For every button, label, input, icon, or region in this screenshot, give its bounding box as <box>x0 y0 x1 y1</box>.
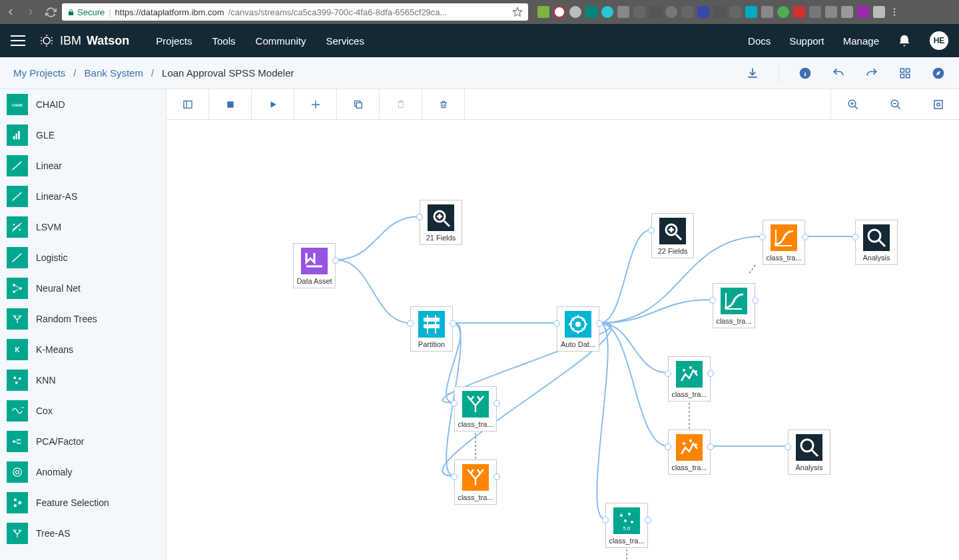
stop-button[interactable] <box>209 89 252 119</box>
undo-icon[interactable] <box>831 66 846 81</box>
nav-support[interactable]: Support <box>789 35 824 47</box>
nav-tools[interactable]: Tools <box>212 35 236 47</box>
delete-button[interactable] <box>422 89 465 119</box>
run-button[interactable] <box>252 89 294 119</box>
port-in[interactable] <box>665 370 671 377</box>
redo-icon[interactable] <box>864 66 879 81</box>
port-out[interactable] <box>802 234 808 240</box>
ext-icon[interactable] <box>665 6 677 18</box>
palette-item-linear[interactable]: Linear <box>0 150 166 181</box>
port-in[interactable] <box>407 320 414 327</box>
star-icon[interactable] <box>512 7 523 17</box>
node-analysis2[interactable]: Analysis <box>788 429 830 475</box>
port-in[interactable] <box>602 517 609 523</box>
ext-icon[interactable] <box>713 6 725 18</box>
port-out[interactable] <box>752 297 759 304</box>
compass-icon[interactable] <box>931 66 946 81</box>
port-in[interactable] <box>785 443 791 450</box>
node-classtra_c50[interactable]: 5.0class_tra... <box>605 503 648 548</box>
ext-icon[interactable] <box>649 6 661 18</box>
ext-icon[interactable] <box>761 6 773 18</box>
nav-community[interactable]: Community <box>256 35 306 47</box>
node-data_asset[interactable]: Data Asset <box>293 243 336 288</box>
port-out[interactable] <box>707 443 714 450</box>
ext-icon[interactable] <box>809 6 821 18</box>
ext-icon[interactable] <box>601 6 613 18</box>
node-fields22[interactable]: 22 Fields <box>651 213 694 258</box>
port-in[interactable] <box>648 227 655 234</box>
breadcrumb-root[interactable]: My Projects <box>13 67 65 79</box>
palette-item-gle[interactable]: GLE <box>0 120 166 150</box>
ext-icon[interactable] <box>841 6 853 18</box>
palette-item-neural-net[interactable]: Neural Net <box>0 273 166 304</box>
forward-icon[interactable] <box>25 7 36 17</box>
breadcrumb-project[interactable]: Bank System <box>85 67 143 79</box>
port-out[interactable] <box>450 320 456 327</box>
nav-manage[interactable]: Manage <box>843 35 879 47</box>
node-classtra_t3[interactable]: class_tra... <box>454 386 497 431</box>
ext-icon[interactable] <box>585 6 597 18</box>
node-analysis1[interactable]: Analysis <box>855 220 898 265</box>
zoom-out-button[interactable] <box>874 89 916 119</box>
nav-services[interactable]: Services <box>326 35 364 47</box>
ext-icon[interactable] <box>569 6 581 18</box>
port-in[interactable] <box>852 234 858 240</box>
port-out[interactable] <box>493 473 500 480</box>
palette-item-chaid[interactable]: CHAIDCHAID <box>0 89 166 120</box>
port-in[interactable] <box>553 320 560 327</box>
url-bar[interactable]: Secure | https://dataplatform.ibm.com/ca… <box>62 3 528 21</box>
cut-button[interactable] <box>294 89 337 119</box>
bell-icon[interactable] <box>898 34 911 47</box>
ext-icon[interactable] <box>553 6 565 18</box>
node-classtra_t1[interactable]: class_tra... <box>713 283 755 328</box>
palette-item-pca-factor[interactable]: PCA/Factor <box>0 426 166 457</box>
palette-item-linear-as[interactable]: Linear-AS <box>0 181 166 212</box>
palette-item-k-means[interactable]: KK-Means <box>0 334 166 365</box>
ext-icon[interactable] <box>793 6 805 18</box>
palette-item-feature-selection[interactable]: Feature Selection <box>0 487 166 518</box>
nav-docs[interactable]: Docs <box>748 35 771 47</box>
ext-icon[interactable] <box>537 6 549 18</box>
node-partition[interactable]: Partition <box>410 306 453 352</box>
port-in[interactable] <box>416 214 423 220</box>
reload-icon[interactable] <box>45 7 57 18</box>
port-out[interactable] <box>707 370 714 377</box>
node-classtra_o2[interactable]: class_tra... <box>668 429 711 475</box>
nav-projects[interactable]: Projects <box>156 35 192 47</box>
node-classtra_t2[interactable]: class_tra... <box>668 356 711 402</box>
back-icon[interactable] <box>5 7 16 17</box>
ext-icon[interactable] <box>633 6 645 18</box>
node-classtra_o1[interactable]: class_tra... <box>763 220 805 265</box>
port-in[interactable] <box>451 400 458 407</box>
palette-item-cox[interactable]: coxCox <box>0 396 166 426</box>
download-icon[interactable] <box>745 66 760 81</box>
watson-logo[interactable]: IBM Watson <box>39 33 129 49</box>
palette-item-random-trees[interactable]: Random Trees <box>0 304 166 334</box>
node-autodat[interactable]: Auto Dat... <box>557 306 599 352</box>
panel-toggle-button[interactable] <box>166 89 209 119</box>
port-out[interactable] <box>596 320 603 327</box>
avatar[interactable]: HE <box>930 31 948 50</box>
port-out[interactable] <box>645 517 651 523</box>
ext-icon[interactable] <box>825 6 837 18</box>
port-in[interactable] <box>451 473 458 480</box>
menu-button[interactable] <box>11 35 25 46</box>
ext-icon[interactable] <box>729 6 741 18</box>
palette-item-logistic[interactable]: Logistic <box>0 242 166 273</box>
port-in[interactable] <box>709 297 716 304</box>
chrome-menu-icon[interactable] <box>889 7 900 17</box>
ext-icon[interactable] <box>873 6 885 18</box>
ext-icon[interactable] <box>681 6 693 18</box>
grid-icon[interactable] <box>898 66 912 81</box>
ext-icon[interactable] <box>777 6 789 18</box>
ext-icon[interactable] <box>857 6 869 18</box>
ext-icon[interactable] <box>617 6 629 18</box>
palette-item-knn[interactable]: KNN <box>0 365 166 396</box>
ext-icon[interactable] <box>697 6 709 18</box>
port-in[interactable] <box>759 234 766 240</box>
flow-canvas[interactable]: Data Asset21 FieldsPartitionAuto Dat...2… <box>166 120 959 560</box>
node-fields21[interactable]: 21 Fields <box>420 200 462 245</box>
port-out[interactable] <box>332 257 339 264</box>
port-out[interactable] <box>493 400 500 407</box>
info-icon[interactable] <box>798 66 812 81</box>
